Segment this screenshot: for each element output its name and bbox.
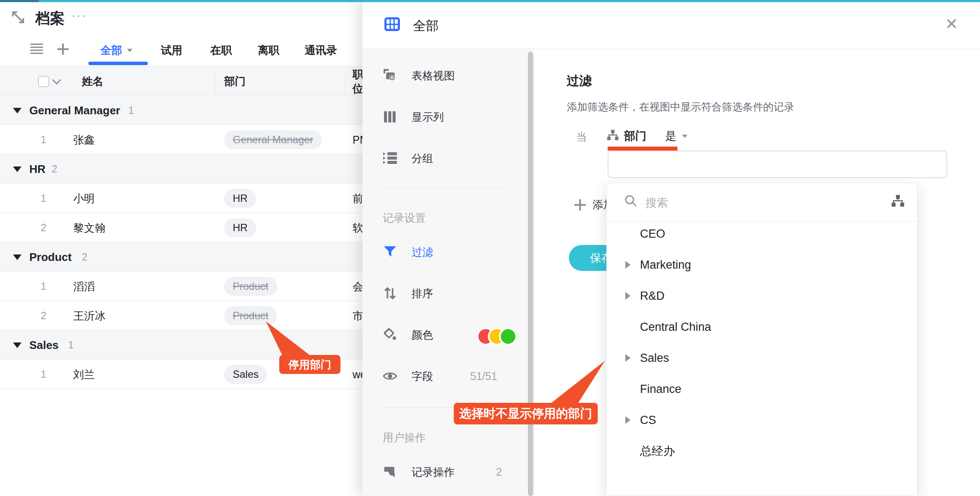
sidebar-section-user-actions: 用户操作 (383, 430, 426, 445)
sidebar-divider (381, 188, 509, 188)
group-count: 1 (128, 96, 134, 125)
group-icon (383, 151, 397, 166)
tab-active[interactable]: 在职 (210, 43, 232, 57)
expand-arrow-icon[interactable] (625, 292, 630, 300)
green-circle (499, 327, 517, 345)
dropdown-item-central-china[interactable]: Central China (607, 311, 917, 342)
top-progress-bar (0, 0, 980, 2)
collapse-triangle-icon[interactable] (13, 166, 22, 172)
paint-bucket-icon (383, 327, 397, 342)
view-list-icon[interactable] (30, 42, 43, 55)
sidebar-item-color[interactable]: 颜色 (383, 326, 433, 343)
table-row[interactable]: 2 黎文翰 HR 软 (0, 213, 362, 242)
sidebar-item-filter[interactable]: 过滤 (383, 243, 433, 261)
column-header-dept[interactable]: 部门 (224, 66, 246, 96)
page-title: 档案 (35, 9, 65, 28)
dropdown-item-sales[interactable]: Sales (607, 342, 917, 374)
table-grid-icon (384, 17, 400, 31)
dropdown-item-cs[interactable]: CS (607, 405, 917, 436)
expand-arrow-icon[interactable] (625, 261, 630, 269)
active-tab-underline (88, 62, 148, 65)
group-count: 2 (52, 154, 57, 184)
dropdown-item-marketing[interactable]: Marketing (607, 249, 917, 280)
group-count: 2 (82, 242, 87, 272)
expand-arrow-icon[interactable] (625, 416, 630, 424)
annotation-underline (608, 147, 677, 151)
condition-when-label: 当 (576, 130, 587, 144)
callout-disabled-dept: 停用部门 (259, 315, 353, 380)
dropdown-search[interactable]: 搜索 (607, 183, 917, 221)
sidebar-item-record-actions[interactable]: 记录操作 (383, 463, 455, 480)
expand-icon[interactable] (11, 10, 26, 25)
group-row[interactable]: Product 2 (0, 242, 362, 272)
dept-tag: HR (224, 218, 256, 237)
table-row[interactable]: 1 张鑫 General Manager PM (0, 125, 362, 154)
columns-icon (383, 110, 397, 124)
dropdown-item-gm-office[interactable]: 总经办 (607, 436, 917, 467)
group-count: 1 (68, 330, 74, 360)
table-header-row: 姓名 部门 职位 (0, 66, 362, 96)
sidebar-item-table-view[interactable]: 表格视图 (383, 67, 455, 84)
dept-tag: HR (224, 189, 256, 208)
sidebar-section-record-settings: 记录设置 (383, 211, 426, 225)
row-number: 1 (37, 125, 50, 154)
chevron-down-icon (127, 49, 133, 52)
dropdown-item-ceo[interactable]: CEO (607, 218, 917, 249)
expand-arrow-icon[interactable] (625, 354, 630, 362)
group-name: Sales (29, 330, 59, 360)
condition-operator-selector[interactable]: 是 (665, 129, 688, 144)
search-placeholder: 搜索 (646, 195, 668, 210)
chevron-down-icon[interactable] (52, 75, 61, 85)
eye-icon (383, 369, 397, 383)
panel-scrollbar[interactable] (528, 52, 533, 496)
department-dropdown: 搜索 CEO Marketing R&D Central China Sales… (606, 183, 918, 496)
sidebar-item-grouping[interactable]: 分组 (383, 150, 433, 167)
group-row[interactable]: HR 2 (0, 154, 362, 184)
sidebar-item-sort[interactable]: 排序 (383, 285, 433, 302)
dropdown-item-finance[interactable]: Finance (607, 374, 917, 405)
dropdown-item-rd[interactable]: R&D (607, 280, 917, 311)
sidebar-item-fields[interactable]: 字段 (383, 367, 433, 385)
column-header-name[interactable]: 姓名 (82, 66, 103, 96)
table-area: 档案 ··· 全部 试用 在职 离职 通讯录 姓名 部门 职位 General … (0, 0, 362, 496)
cell-name: 张鑫 (73, 125, 95, 154)
color-badge (477, 327, 517, 345)
record-actions-count-badge: 2 (496, 466, 502, 478)
dept-tag-disabled: Product (224, 277, 277, 296)
collapse-triangle-icon[interactable] (13, 108, 22, 113)
sort-icon (383, 286, 397, 301)
tab-all[interactable]: 全部 (100, 43, 133, 57)
table-row[interactable]: 1 小明 HR 前 (0, 184, 362, 213)
panel-sidebar: 表格视图 显示列 分组 记录设置 过滤 排序 (362, 48, 534, 496)
collapse-triangle-icon[interactable] (13, 342, 22, 348)
filter-description: 添加筛选条件，在视图中显示符合筛选条件的记录 (567, 100, 794, 114)
column-header-title[interactable]: 职位 (353, 66, 363, 96)
condition-field-selector[interactable]: 部门 (624, 129, 646, 144)
filter-heading: 过滤 (567, 72, 592, 90)
filter-value-input[interactable] (608, 151, 947, 178)
department-icon (607, 129, 619, 141)
group-name: HR (29, 154, 46, 184)
sidebar-item-columns[interactable]: 显示列 (383, 108, 444, 126)
org-tree-icon[interactable] (891, 195, 904, 207)
top-progress-segment (0, 0, 39, 2)
chevron-down-icon (682, 135, 687, 138)
group-name: General Manager (29, 96, 120, 125)
tab-left[interactable]: 离职 (258, 43, 279, 57)
plus-icon (574, 199, 586, 210)
table-view-icon (383, 68, 397, 83)
table-row[interactable]: 1 滔滔 Product 会 (0, 272, 362, 301)
tab-all-label: 全部 (100, 43, 122, 57)
callout-hidden-when-select: 选择时不显示停用的部门 (448, 354, 612, 427)
record-action-icon (383, 465, 397, 479)
tab-contacts[interactable]: 通讯录 (305, 43, 337, 57)
select-all-checkbox[interactable] (38, 76, 49, 87)
tab-trial[interactable]: 试用 (161, 43, 182, 57)
search-icon (624, 195, 637, 207)
group-name: Product (29, 242, 72, 272)
collapse-triangle-icon[interactable] (13, 254, 22, 260)
close-icon[interactable]: ✕ (945, 16, 958, 32)
more-icon[interactable]: ··· (71, 8, 87, 22)
group-row[interactable]: General Manager 1 (0, 96, 362, 125)
panel-title: 全部 (413, 17, 439, 35)
